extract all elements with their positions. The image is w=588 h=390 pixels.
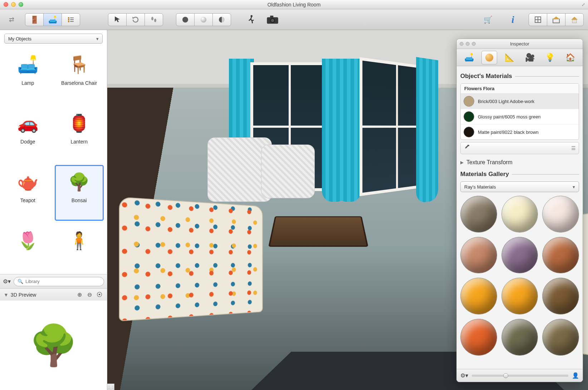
material-menu-button[interactable]: ☰	[571, 145, 576, 151]
material-label: Matte paint/8022 black brown	[478, 130, 576, 135]
object-item[interactable]: 🛋️ Lamp	[4, 48, 52, 103]
object-thumbnail-icon: 🧍	[61, 226, 97, 255]
object-label: Lantern	[71, 139, 88, 145]
object-item[interactable]: 🫖 Teapot	[4, 165, 52, 220]
object-label: Barselona Chair	[61, 80, 97, 86]
viewport-splitter-handle[interactable]: ⋮⋮	[107, 384, 114, 390]
zoom-out-button[interactable]: ⊖	[85, 291, 93, 299]
record-light-button[interactable]	[194, 13, 213, 26]
tab-materials[interactable]	[481, 51, 497, 64]
inspector-title: Inspector	[457, 41, 583, 47]
gallery-material-sphere[interactable]	[460, 278, 497, 315]
chevron-right-icon: ▶	[460, 160, 464, 165]
list-icon	[67, 15, 75, 24]
record-dark-button[interactable]	[176, 13, 195, 26]
gallery-material-sphere[interactable]	[460, 319, 497, 356]
gallery-material-sphere[interactable]	[501, 237, 538, 274]
2d-view-button[interactable]	[529, 13, 547, 26]
disclosure-triangle-icon[interactable]: ▼	[4, 292, 9, 298]
library-settings-button[interactable]: ⚙︎▾	[3, 278, 11, 285]
object-item[interactable]: 🌳 Bonsai	[55, 165, 104, 220]
gallery-material-sphere[interactable]	[542, 196, 579, 233]
footprints-icon	[150, 15, 158, 24]
object-thumbnail-icon: 🏮	[61, 109, 97, 137]
object-item[interactable]: 🚗 Dodge	[4, 107, 52, 162]
user-materials-button[interactable]: 👤	[572, 372, 579, 379]
record-split-button[interactable]	[212, 13, 231, 26]
tab-dimensions[interactable]: 📐	[502, 51, 518, 64]
gallery-material-sphere[interactable]	[542, 237, 579, 274]
info-button[interactable]: i	[504, 13, 522, 26]
footprint-tool-button[interactable]	[144, 13, 163, 26]
tab-camera[interactable]: 🎥	[522, 51, 538, 64]
object-thumbnail-icon: 🌷	[10, 226, 46, 255]
tab-lighting[interactable]: 💡	[542, 51, 558, 64]
preview-3d-area[interactable]: 🌳	[0, 301, 107, 390]
gallery-material-sphere[interactable]	[501, 319, 538, 356]
preview-header: ▼ 3D Preview ⊕ ⊖ ⦿	[0, 288, 107, 301]
furniture-library-button[interactable]: 🛋️	[43, 13, 62, 26]
inspector-tabs: 🛋️ 📐 🎥 💡 🏠	[457, 49, 583, 66]
gallery-material-sphere[interactable]	[460, 196, 497, 233]
material-swatch-icon	[464, 127, 474, 137]
3d-view-button[interactable]	[547, 13, 565, 26]
object-item[interactable]: 🏮 Lantern	[55, 107, 104, 162]
inspector-titlebar[interactable]: Inspector	[457, 39, 583, 49]
gallery-category-label: Ray's Materials	[464, 184, 496, 190]
home-view-button[interactable]	[565, 13, 584, 26]
floorplan-icon	[534, 15, 542, 24]
object-library-sidebar: My Objects 🛋️ Lamp🪑 Barselona Chair🚗 Dod…	[0, 30, 107, 390]
tab-building[interactable]: 🏠	[563, 51, 578, 64]
select-tool-button[interactable]	[108, 13, 127, 26]
main-toolbar: ⇄ 🚪 🛋️ 🛒 i	[0, 9, 588, 30]
walkthrough-button[interactable]	[244, 13, 258, 26]
gallery-material-sphere[interactable]	[542, 278, 579, 315]
gallery-category-dropdown[interactable]: Ray's Materials	[460, 181, 579, 192]
object-grid: 🛋️ Lamp🪑 Barselona Chair🚗 Dodge🏮 Lantern…	[0, 46, 107, 274]
fullscreen-icon[interactable]: ⤢	[582, 2, 585, 7]
gallery-material-sphere[interactable]	[501, 196, 538, 233]
close-window-button[interactable]	[4, 2, 8, 7]
library-search-input[interactable]	[25, 279, 100, 284]
nav-back-forward[interactable]: ⇄	[4, 16, 19, 24]
list-library-button[interactable]	[62, 13, 80, 26]
snapshot-button[interactable]	[265, 13, 280, 26]
material-picker-row: ☰	[460, 142, 579, 154]
thumbnail-size-slider[interactable]	[472, 375, 568, 377]
house-plan-icon	[552, 15, 560, 24]
minimize-window-button[interactable]	[11, 2, 16, 7]
gallery-material-sphere[interactable]	[501, 278, 538, 315]
gallery-material-sphere[interactable]	[542, 319, 579, 356]
library-search-field[interactable]: 🔍	[14, 277, 104, 286]
edit-tool-group	[108, 13, 163, 26]
zoom-in-button[interactable]: ⊕	[75, 291, 83, 299]
zoom-window-button[interactable]	[19, 2, 23, 7]
svg-rect-9	[572, 20, 577, 23]
camera-icon	[266, 15, 279, 25]
rotate-tool-button[interactable]	[126, 13, 145, 26]
search-icon: 🔍	[18, 279, 23, 284]
material-row[interactable]: Brick/003 Light Adobe-work	[461, 94, 579, 109]
gallery-material-sphere[interactable]	[460, 237, 497, 274]
object-item[interactable]: 🪑 Barselona Chair	[55, 48, 104, 103]
library-category-dropdown[interactable]: My Objects	[4, 34, 103, 44]
library-mode-group: 🚪 🛋️	[25, 13, 80, 26]
material-row[interactable]: Matte paint/8022 black brown	[461, 125, 579, 140]
object-item[interactable]: 🧍	[55, 224, 104, 273]
bonsai-preview-icon: 🌳	[29, 326, 78, 365]
material-label: Glossy paint/6005 moss green	[478, 114, 576, 120]
object-label: Bonsai	[72, 198, 87, 203]
object-item[interactable]: 🌷	[4, 224, 52, 273]
library-footer-bar: ⚙︎▾ 🔍	[0, 274, 107, 288]
svg-point-0	[151, 17, 153, 20]
zoom-reset-button[interactable]: ⦿	[95, 291, 103, 299]
material-row[interactable]: Glossy paint/6005 moss green	[461, 109, 579, 125]
texture-transform-disclosure[interactable]: ▶ Texture Transform	[460, 159, 579, 166]
building-library-button[interactable]: 🚪	[25, 13, 44, 26]
tab-object[interactable]: 🛋️	[461, 51, 477, 64]
cursor-icon	[113, 15, 122, 24]
eyedropper-button[interactable]	[464, 144, 470, 152]
traffic-lights	[0, 2, 23, 7]
gallery-settings-button[interactable]: ⚙︎▾	[460, 372, 468, 379]
import-3d-button[interactable]: 🛒	[479, 13, 497, 26]
